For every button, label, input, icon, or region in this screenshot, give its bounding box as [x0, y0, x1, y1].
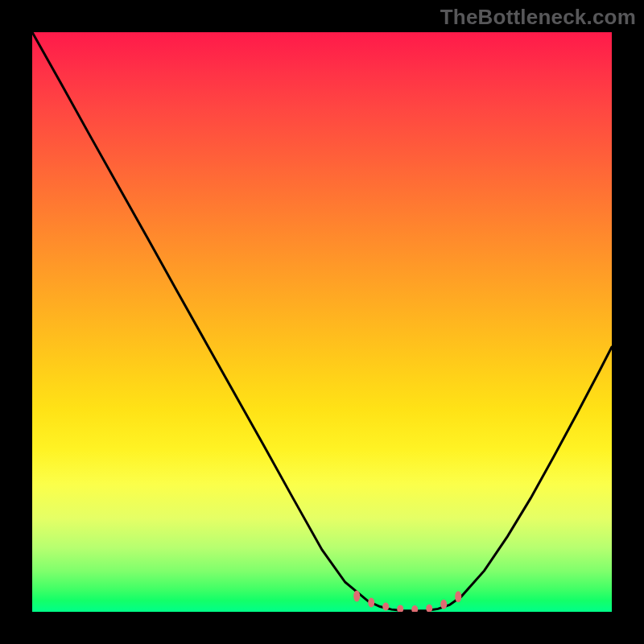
curve-layer [32, 32, 612, 612]
curve-marker [368, 597, 374, 607]
curve-marker [353, 591, 360, 602]
curve-marker [411, 605, 418, 612]
plot-area [32, 32, 612, 612]
curve-marker [382, 603, 389, 611]
curve-markers [353, 591, 461, 612]
watermark-text: TheBottleneck.com [440, 5, 636, 30]
curve-marker [426, 605, 432, 612]
curve-marker [455, 591, 461, 602]
curve-marker [440, 600, 447, 609]
bottleneck-curve [32, 32, 612, 611]
curve-marker [397, 605, 403, 612]
chart-canvas: TheBottleneck.com [0, 0, 644, 644]
